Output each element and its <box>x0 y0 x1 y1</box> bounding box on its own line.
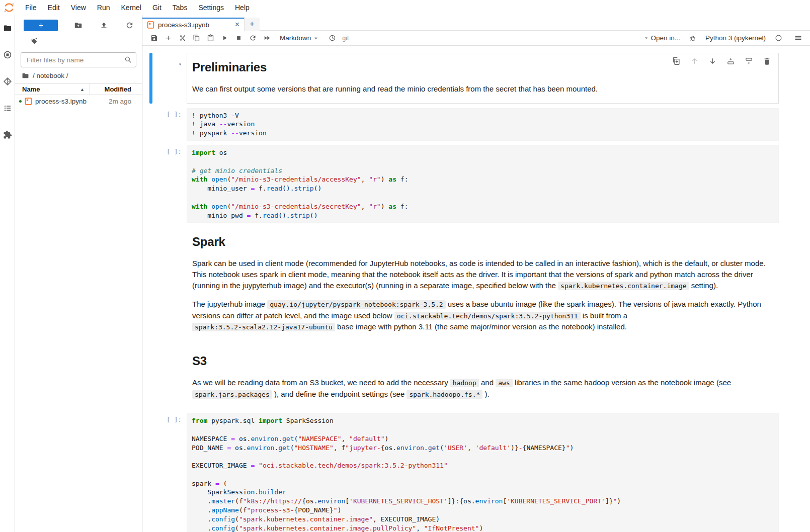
new-launcher-button[interactable] <box>24 20 58 31</box>
file-list-header: Name ▲ Modified <box>15 83 142 95</box>
run-cell-button[interactable] <box>217 32 231 44</box>
cell-collapser[interactable] <box>149 145 152 223</box>
menu-settings[interactable]: Settings <box>193 1 229 14</box>
cell-type-dropdown[interactable]: Markdown <box>274 34 323 42</box>
file-filter <box>21 52 136 67</box>
chevron-down-icon <box>643 35 650 41</box>
folder-icon <box>22 72 29 79</box>
column-header-modified[interactable]: Modified <box>90 84 142 95</box>
breadcrumb[interactable]: / notebook / <box>15 71 142 83</box>
interrupt-kernel-button[interactable] <box>231 32 246 44</box>
markdown-paragraph: As we will be reading data from an S3 bu… <box>192 377 772 400</box>
restart-kernel-button[interactable] <box>246 32 260 44</box>
file-filter-input[interactable] <box>21 52 136 67</box>
cell-collapser[interactable] <box>149 53 152 104</box>
markdown-cell-rendered[interactable]: S3As we will be reading data from an S3 … <box>187 346 779 409</box>
cell-collapser[interactable] <box>149 413 152 532</box>
cell-prompt: [ ]: <box>154 413 187 532</box>
execution-time-icon <box>329 34 336 42</box>
code-line: spark = ( <box>192 479 774 488</box>
insert-cell-below-button[interactable] <box>744 56 753 65</box>
kernel-status-icon <box>771 32 785 44</box>
extension-manager-tab[interactable] <box>3 130 13 140</box>
cell-prompt: ▾ <box>154 53 187 104</box>
inline-code: aws <box>496 379 512 387</box>
new-folder-button[interactable] <box>72 20 84 31</box>
open-in-dropdown[interactable]: Open in... <box>643 34 680 42</box>
refresh-file-list-button[interactable] <box>124 20 135 31</box>
menu-run[interactable]: Run <box>92 1 116 14</box>
code-line <box>192 425 774 434</box>
refresh-icon <box>125 21 134 30</box>
menu-kernel[interactable]: Kernel <box>115 1 146 14</box>
code-cell-editor[interactable]: import os # get minio credentialswith op… <box>187 145 779 223</box>
table-of-contents-tab[interactable] <box>3 103 13 113</box>
menu-git[interactable]: Git <box>147 1 167 14</box>
tab-process-s3[interactable]: process-s3.ipynb × <box>142 18 245 31</box>
cell-prompt: [ ]: <box>154 145 187 223</box>
notebook-cell[interactable]: [ ]:from pyspark.sql import SparkSession… <box>149 413 779 532</box>
upload-files-button[interactable] <box>98 20 109 31</box>
upload-icon <box>100 21 108 30</box>
move-cell-down-button[interactable] <box>708 56 717 65</box>
file-browser-tab[interactable] <box>3 23 13 33</box>
inline-code: spark.kubernetes.container.image <box>558 282 689 290</box>
code-line: ! python3 -V <box>192 111 774 120</box>
menu-edit[interactable]: Edit <box>42 1 65 14</box>
notebook-cell[interactable]: SparkSpark can be used in client mode (r… <box>149 227 779 342</box>
menu-help[interactable]: Help <box>229 1 255 14</box>
file-browser-panel: / notebook / Name ▲ Modified process-s3.… <box>15 15 142 532</box>
copy-cells-button[interactable] <box>189 32 203 44</box>
debugger-bug-icon[interactable] <box>686 32 700 44</box>
cell-collapser[interactable] <box>149 108 152 141</box>
kernel-name[interactable]: Python 3 (ipykernel) <box>705 34 766 42</box>
menu-view[interactable]: View <box>65 1 92 14</box>
heading-collapse-caret-icon[interactable]: ▾ <box>179 61 182 67</box>
newfolder-icon <box>74 21 83 30</box>
notebook-cell[interactable]: S3As we will be reading data from an S3 … <box>149 346 779 409</box>
file-row[interactable]: process-s3.ipynb 2m ago <box>15 95 142 108</box>
code-line: import os <box>192 148 774 157</box>
cell-collapser[interactable] <box>149 227 152 342</box>
copy-icon <box>193 34 200 42</box>
insert-cell-button[interactable] <box>161 32 175 44</box>
restart-run-all-button[interactable] <box>260 32 274 44</box>
notebook-cell[interactable]: ▾PreliminariesWe can first output some v… <box>149 53 779 104</box>
inline-code: spark:3.5.2-scala2.12-java17-ubuntu <box>192 323 335 331</box>
code-line: with open("/minio-s3-credentials/accessK… <box>192 175 774 184</box>
paste-cells-button[interactable] <box>203 32 217 44</box>
code-cell-editor[interactable]: ! python3 -V! java --version! pyspark --… <box>187 108 779 141</box>
code-line <box>192 452 774 461</box>
delete-cell-button[interactable] <box>762 56 771 65</box>
cell-collapser[interactable] <box>149 346 152 409</box>
inline-code: quay.io/jupyter/pyspark-notebook:spark-3… <box>267 300 445 309</box>
close-tab-icon[interactable]: × <box>235 21 239 29</box>
code-line: # get minio credentials <box>192 166 774 175</box>
save-button[interactable] <box>147 32 161 44</box>
new-tab-button[interactable]: + <box>245 18 260 31</box>
activity-bar <box>0 15 15 532</box>
tab-label: process-s3.ipynb <box>158 21 209 29</box>
insert-cell-above-button[interactable] <box>726 56 735 65</box>
menu-tabs[interactable]: Tabs <box>167 1 193 14</box>
duplicate-cell-button[interactable] <box>672 56 681 65</box>
code-cell-editor[interactable]: from pyspark.sql import SparkSession NAM… <box>187 413 779 532</box>
menu-file[interactable]: File <box>20 1 42 14</box>
cell-body: import os # get minio credentialswith op… <box>187 145 779 223</box>
stop-icon <box>235 34 242 42</box>
markdown-cell-rendered[interactable]: SparkSpark can be used in client mode (r… <box>187 227 779 342</box>
code-line: minio_user = f.read().strip() <box>192 184 774 193</box>
git-icon <box>3 77 12 86</box>
hamburger-menu-icon[interactable] <box>791 32 805 44</box>
cut-cells-button[interactable] <box>175 32 189 44</box>
running-sessions-tab[interactable] <box>3 50 13 60</box>
git-clone-button[interactable] <box>29 36 40 47</box>
git-tab[interactable] <box>3 76 13 86</box>
menu-bar: FileEditViewRunKernelGitTabsSettingsHelp <box>0 0 810 15</box>
folder-icon <box>3 24 12 33</box>
puzzle-icon <box>3 130 12 139</box>
notebook-cell[interactable]: [ ]:! python3 -V! java --version! pyspar… <box>149 108 779 141</box>
markdown-heading: Spark <box>192 235 772 249</box>
notebook-cell[interactable]: [ ]:import os # get minio credentialswit… <box>149 145 779 223</box>
column-header-name[interactable]: Name ▲ <box>15 84 90 95</box>
